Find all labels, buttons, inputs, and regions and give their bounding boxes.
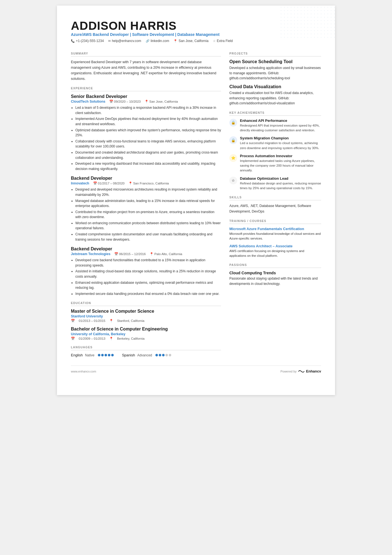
star-icon: ☆ bbox=[213, 39, 216, 43]
achievement-icon-2: 🔒 bbox=[229, 136, 237, 144]
job-location-2: 📍 San Francisco, California bbox=[128, 181, 169, 185]
right-column: PROJECTS Open Source Scheduling Tool Dev… bbox=[229, 47, 321, 357]
achievement-text-1: Redesigned API that improved execution s… bbox=[240, 123, 321, 133]
edu-dates-1: 01/2013 – 01/2015 bbox=[79, 319, 105, 322]
dot-s4 bbox=[165, 354, 168, 356]
bullet-2-2: Managed database administration tasks, l… bbox=[75, 198, 221, 209]
training-text-2: AWS certification focusing on designing … bbox=[229, 249, 321, 258]
bullet-3-1: Developed core backend functionalities t… bbox=[75, 258, 221, 268]
bullet-1-1: Led a team of 5 developers in creating a… bbox=[75, 105, 221, 115]
bullet-1-3: Optimized database queries which improve… bbox=[75, 128, 221, 138]
edu-pin-icon-1: 📍 bbox=[109, 319, 113, 323]
bullet-3-2: Assisted in initiating cloud-based data … bbox=[75, 269, 221, 279]
email-contact: ✉ help@enhancv.com bbox=[108, 39, 141, 43]
decorative-dots bbox=[279, 6, 335, 39]
edu-item-1: Master of Science in Computer Science St… bbox=[71, 309, 221, 323]
pin-icon-3: 📍 bbox=[150, 252, 153, 256]
phone-icon: 📞 bbox=[71, 39, 75, 43]
experience-section-title: EXPERIENCE bbox=[71, 87, 221, 91]
training-item-1: Microsoft Azure Fundamentals Certificati… bbox=[229, 227, 321, 241]
edu-dates-2: 01/2009 – 01/2013 bbox=[79, 337, 105, 340]
footer-url: www.enhancv.com bbox=[71, 370, 96, 373]
achievement-text-3: Implemented automated tasks using Azure … bbox=[240, 159, 321, 173]
achievement-3: ⭐ Process Automation Innovator Implement… bbox=[229, 154, 321, 173]
dot-s2 bbox=[159, 354, 161, 356]
training-item-2: AWS Solutions Architect – Associate AWS … bbox=[229, 244, 321, 258]
projects-section-title: PROJECTS bbox=[229, 52, 321, 56]
edu-calendar-icon-1: 📅 bbox=[71, 319, 75, 323]
achievement-2: 🔒 System Migration Champion Led a succes… bbox=[229, 136, 321, 151]
calendar-icon-2: 📅 bbox=[93, 181, 97, 185]
calendar-icon-3: 📅 bbox=[114, 252, 118, 256]
lang-english: English Native bbox=[71, 353, 114, 357]
dot-s1 bbox=[155, 354, 158, 356]
project-title-2: Cloud Data Visualization bbox=[229, 84, 321, 89]
company-name-1: CloudTech Solutions bbox=[71, 100, 105, 103]
achievement-text-4: Refined database design and queries, red… bbox=[240, 181, 321, 191]
edu-school-2: University of California, Berkeley bbox=[71, 332, 221, 336]
body-columns: SUMMARY Experienced Backend Developer wi… bbox=[71, 47, 321, 357]
achievement-title-1: Enhanced API Performance bbox=[240, 119, 321, 123]
bullet-1-6: Developed a new reporting dashboard that… bbox=[75, 161, 221, 171]
training-title-1: Microsoft Azure Fundamentals Certificati… bbox=[229, 227, 321, 231]
job-location-3: 📍 Palo Alto, California bbox=[150, 252, 182, 256]
website-value: linkedin.com bbox=[151, 39, 169, 43]
pin-icon-1: 📍 bbox=[145, 100, 148, 103]
education-section-title: EDUCATION bbox=[71, 301, 221, 306]
achievement-icon-1: 🔒 bbox=[229, 119, 237, 127]
location-contact: 📍 San Jose, California bbox=[173, 39, 208, 43]
lang-spanish-level: Advanced bbox=[137, 353, 152, 357]
achievement-icon-4: ☆ bbox=[229, 177, 237, 184]
achievement-content-1: Enhanced API Performance Redesigned API … bbox=[240, 119, 321, 133]
bullet-2-1: Designed and developed microservices arc… bbox=[75, 187, 221, 197]
job-title-2: Backend Developer bbox=[71, 176, 221, 181]
edu-calendar-icon-2: 📅 bbox=[71, 337, 75, 341]
edu-location-1: Stanford, California bbox=[117, 319, 144, 322]
job-location-1: 📍 San Jose, California bbox=[145, 100, 178, 103]
job-dates-2: 📅 01/2017 – 08/2020 bbox=[93, 181, 125, 185]
company-name-2: Innovatech bbox=[71, 181, 89, 185]
summary-text: Experienced Backend Developer with 7 yea… bbox=[71, 59, 221, 82]
lang-english-dots bbox=[98, 354, 114, 356]
lang-spanish: Spanish Advanced bbox=[122, 353, 171, 357]
edu-school-1: Stanford University bbox=[71, 314, 221, 318]
achievement-1: 🔒 Enhanced API Performance Redesigned AP… bbox=[229, 119, 321, 133]
left-column: SUMMARY Experienced Backend Developer wi… bbox=[71, 47, 221, 357]
achievement-text-2: Led a successful migration to cloud syst… bbox=[240, 141, 321, 151]
job-meta-2: Innovatech 📅 01/2017 – 08/2020 📍 San Fra… bbox=[71, 181, 221, 185]
achievement-content-2: System Migration Champion Led a successf… bbox=[240, 136, 321, 151]
job-meta-1: CloudTech Solutions 📅 09/2020 – 10/2023 … bbox=[71, 100, 221, 103]
job-item-2: Backend Developer Innovatech 📅 01/2017 –… bbox=[71, 176, 221, 242]
company-name-3: Jetstream Technologies bbox=[71, 252, 110, 256]
bullet-3-3: Enhanced existing application database s… bbox=[75, 280, 221, 290]
email-value: help@enhancv.com bbox=[112, 39, 141, 43]
website-contact: 🔗 linkedin.com bbox=[146, 39, 169, 43]
dot-e3 bbox=[105, 354, 107, 356]
job-title-1: Senior Backend Developer bbox=[71, 94, 221, 99]
project-title-1: Open Source Scheduling Tool bbox=[229, 59, 321, 64]
job-bullets-3: Developed core backend functionalities t… bbox=[71, 258, 221, 296]
training-text-1: Microsoft provides foundational knowledg… bbox=[229, 231, 321, 241]
extra-contact: ☆ Extra Field bbox=[213, 39, 233, 43]
lang-english-level: Native bbox=[85, 353, 95, 357]
location-icon: 📍 bbox=[173, 39, 177, 43]
job-meta-3: Jetstream Technologies 📅 06/2015 – 12/20… bbox=[71, 252, 221, 256]
job-item-3: Backend Developer Jetstream Technologies… bbox=[71, 246, 221, 296]
lang-english-name: English bbox=[71, 353, 83, 357]
achievements-section-title: KEY ACHIEVEMENTS bbox=[229, 111, 321, 116]
powered-by-text: Powered by bbox=[281, 370, 297, 373]
job-dates-1: 📅 09/2020 – 10/2023 bbox=[109, 100, 141, 103]
link-icon: 🔗 bbox=[146, 39, 150, 43]
job-bullets-1: Led a team of 5 developers in creating a… bbox=[71, 105, 221, 171]
extra-value: Extra Field bbox=[217, 39, 233, 43]
skills-section-title: SKILLS bbox=[229, 196, 321, 200]
resume-footer: www.enhancv.com Powered by Enhancv bbox=[71, 366, 321, 373]
project-text-2: Created a visualization tool for AWS clo… bbox=[229, 90, 321, 106]
edu-degree-2: Bachelor of Science in Computer Engineer… bbox=[71, 327, 221, 332]
bullet-2-3: Contributed to the migration project fro… bbox=[75, 209, 221, 220]
project-text-1: Developed a scheduling application used … bbox=[229, 65, 321, 81]
achievement-content-3: Process Automation Innovator Implemented… bbox=[240, 154, 321, 173]
edu-meta-1: 📅 01/2013 – 01/2015 📍 Stanford, Californ… bbox=[71, 319, 221, 323]
summary-section-title: SUMMARY bbox=[71, 52, 221, 56]
brand-name: Enhancv bbox=[306, 369, 321, 373]
